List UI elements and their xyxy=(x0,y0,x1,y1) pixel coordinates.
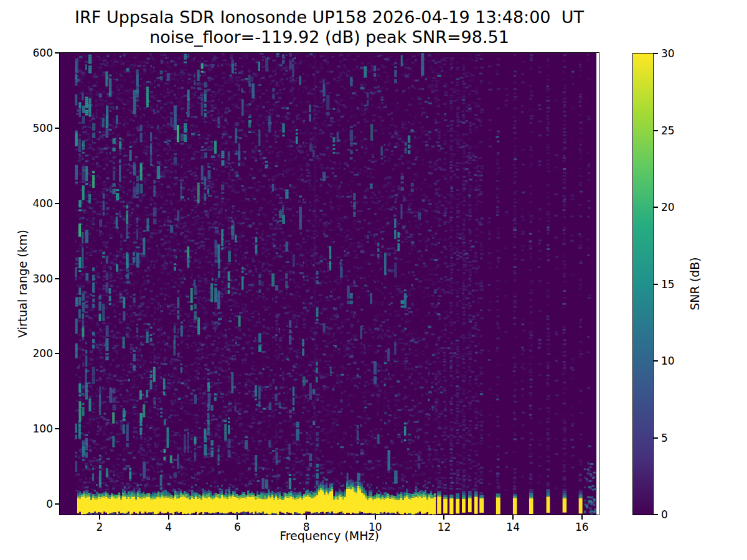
y-tick-label: 0 xyxy=(9,498,53,510)
colorbar-tick-mark xyxy=(654,53,658,54)
x-axis-label: Frequency (MHz) xyxy=(60,529,599,543)
x-tick-mark xyxy=(443,515,444,520)
y-tick-label: 400 xyxy=(9,197,53,210)
colorbar-tick-mark xyxy=(654,437,658,439)
colorbar-tick-mark xyxy=(654,207,658,208)
x-tick-mark xyxy=(99,515,100,520)
colorbar-tick-mark xyxy=(654,360,658,362)
colorbar-tick-label: 30 xyxy=(661,47,675,60)
y-tick-mark xyxy=(55,128,59,129)
colorbar-tick-label: 15 xyxy=(661,278,675,291)
ionogram-heatmap xyxy=(60,53,599,515)
y-tick-label: 200 xyxy=(9,347,53,360)
x-tick-mark xyxy=(512,515,514,520)
colorbar-label: SNR (dB) xyxy=(688,257,702,310)
chart-subtitle: noise_floor=-119.92 (dB) peak SNR=98.51 xyxy=(60,27,599,47)
chart-title: IRF Uppsala SDR Ionosonde UP158 2026-04-… xyxy=(60,7,599,27)
y-tick-mark xyxy=(55,52,59,54)
ionogram-figure: IRF Uppsala SDR Ionosonde UP158 2026-04-… xyxy=(0,0,747,560)
y-tick-label: 500 xyxy=(9,122,53,134)
x-tick-mark xyxy=(237,515,238,520)
x-tick-mark xyxy=(306,515,307,520)
x-tick-mark xyxy=(168,515,169,520)
y-tick-mark xyxy=(55,428,59,429)
y-tick-mark xyxy=(55,278,59,279)
colorbar-tick-label: 0 xyxy=(661,508,668,521)
colorbar-gradient xyxy=(633,54,653,515)
y-tick-label: 600 xyxy=(9,47,53,59)
y-tick-mark xyxy=(55,503,59,505)
x-tick-mark xyxy=(581,515,583,520)
colorbar-tick-mark xyxy=(654,284,658,285)
y-tick-label: 100 xyxy=(9,422,53,435)
colorbar-tick-label: 5 xyxy=(661,432,668,444)
x-tick-mark xyxy=(375,515,376,520)
colorbar-tick-label: 20 xyxy=(661,201,675,213)
colorbar-tick-mark xyxy=(654,514,658,515)
colorbar-tick-label: 25 xyxy=(661,124,675,137)
colorbar-tick-label: 10 xyxy=(661,355,675,367)
colorbar-tick-mark xyxy=(654,130,658,131)
y-axis-label: Virtual range (km) xyxy=(16,230,29,338)
y-tick-mark xyxy=(55,203,59,204)
y-tick-mark xyxy=(55,353,59,354)
